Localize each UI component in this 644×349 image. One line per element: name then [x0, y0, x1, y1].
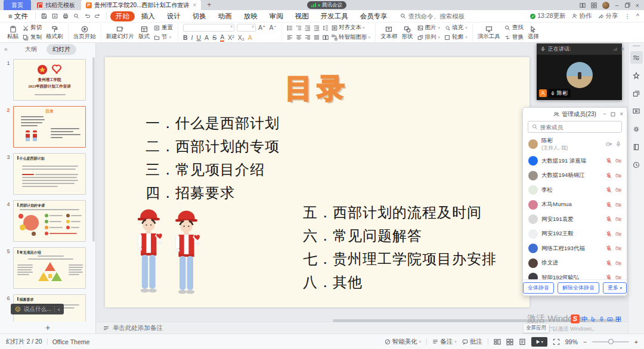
slideshow-settings-icon[interactable] — [630, 105, 643, 117]
camera-off-icon[interactable] — [615, 158, 621, 164]
camera-off-icon[interactable] — [615, 187, 621, 193]
cut-button[interactable]: 剪切 — [23, 24, 42, 32]
camera-off-icon[interactable] — [615, 202, 621, 208]
format-painter-button[interactable]: 格式刷 — [46, 26, 63, 39]
mute-all-button[interactable]: 全体静音 — [523, 282, 554, 294]
mic-muted-icon[interactable] — [606, 202, 612, 208]
preview-icon[interactable] — [72, 13, 81, 19]
paste-button[interactable]: 粘贴 — [7, 26, 18, 39]
strikethrough-button[interactable]: S — [212, 34, 216, 41]
more-button[interactable]: 更多 ▾ — [603, 282, 627, 294]
ime-toolbar[interactable]: S 中 — [571, 314, 621, 323]
more-menu-icon[interactable]: ⋮ — [624, 13, 631, 20]
slide-title[interactable]: 目录 — [105, 70, 530, 107]
find-button[interactable]: 查找 — [504, 24, 524, 32]
menu-tab-insert[interactable]: 插入 — [136, 11, 160, 21]
tab-close-icon[interactable]: × — [193, 2, 196, 8]
add-slide-button[interactable]: + — [0, 322, 95, 334]
selection-pane-icon[interactable] — [630, 87, 643, 99]
split-view-icon[interactable] — [580, 2, 586, 8]
section-button[interactable]: 节▾ — [154, 33, 173, 41]
mic-muted-icon[interactable] — [606, 231, 612, 237]
align-text-button[interactable]: 对齐文本▾ — [332, 24, 365, 32]
member-search-input[interactable] — [540, 124, 612, 130]
numbered-list-icon[interactable] — [296, 25, 302, 31]
object-properties-icon[interactable] — [630, 51, 643, 64]
collapse-panel-icon[interactable]: « — [4, 46, 8, 52]
emoji-smiley-icon[interactable] — [15, 306, 21, 312]
file-menu-button[interactable]: ≡ 文件 — [5, 12, 32, 21]
slide-thumbnail-3[interactable]: 3 什么是西部计划 — [4, 153, 92, 195]
font-color-button[interactable]: A — [220, 33, 224, 42]
member-row[interactable]: 徐文进 — [528, 256, 621, 270]
camera-off-icon[interactable] — [615, 260, 621, 266]
menu-tab-transition[interactable]: 切换 — [187, 11, 212, 21]
normal-view-icon[interactable] — [494, 338, 501, 345]
collapse-ribbon-icon[interactable]: ^ — [636, 13, 639, 20]
command-search-input[interactable] — [408, 13, 474, 20]
select-button[interactable]: 选择 — [528, 26, 539, 39]
picture-button[interactable]: 图片▾ — [417, 24, 441, 32]
command-search[interactable] — [400, 13, 474, 20]
zoom-slider-knob[interactable] — [608, 339, 614, 344]
member-search-box[interactable] — [528, 121, 622, 133]
minimize-button[interactable]: − — [615, 2, 618, 9]
arrange-button[interactable]: 排列▾ — [417, 33, 441, 41]
panel-maximize-button[interactable] — [611, 112, 615, 117]
text-effect-button[interactable]: A — [205, 34, 209, 41]
member-row[interactable]: 智能192何毓弘 — [528, 271, 621, 280]
member-row-host[interactable]: 陈彬(主持人, 我) — [528, 135, 621, 153]
menu-tab-devtools[interactable]: 开发工具 — [315, 11, 354, 21]
menu-tab-animation[interactable]: 动画 — [213, 11, 237, 21]
member-row[interactable]: 网安191袁爱 — [528, 213, 621, 226]
zoom-percent[interactable]: 99% — [565, 338, 578, 345]
camera-off-icon[interactable] — [615, 245, 621, 251]
mic-muted-icon[interactable] — [606, 187, 612, 193]
zoom-in-button[interactable]: + — [634, 338, 638, 345]
ime-mic-icon[interactable] — [599, 316, 605, 322]
justify-icon[interactable] — [314, 35, 320, 40]
underline-button[interactable]: U — [197, 34, 202, 41]
menu-tab-view[interactable]: 视图 — [290, 11, 314, 21]
textbox-button[interactable]: 文本框 — [380, 26, 398, 39]
ime-cursor-icon[interactable] — [590, 316, 596, 322]
fullscreen-app-chip[interactable]: 全屏应用 — [523, 323, 549, 333]
comments-button[interactable]: 批注 — [462, 338, 482, 346]
superscript-button[interactable]: X² — [228, 34, 234, 41]
meeting-indicator-pill[interactable]: 腾讯会议 — [307, 1, 346, 9]
subscript-button[interactable]: X₂ — [238, 34, 244, 41]
presentation-tools-button[interactable]: 演示工具 — [478, 26, 500, 39]
menu-tab-review[interactable]: 审阅 — [264, 11, 289, 21]
undo-icon[interactable] — [82, 13, 92, 19]
mic-muted-icon[interactable] — [606, 275, 612, 279]
share-button[interactable]: 分享 — [598, 12, 618, 20]
menu-tab-design[interactable]: 设计 — [162, 11, 186, 21]
shapes-button[interactable]: 形状 — [402, 26, 413, 39]
member-row[interactable]: 李松 — [528, 183, 621, 197]
mic-muted-icon[interactable] — [606, 216, 612, 222]
camera-off-icon[interactable] — [615, 216, 621, 222]
collapse-chat-icon[interactable]: ‹ — [58, 306, 60, 313]
tab-document-active[interactable]: P 贵州理工学院20...西部计划工作宣讲 × — [81, 0, 201, 10]
slide-canvas[interactable]: 目录 一．什么是西部计划 二．西部计划的专项 三．常见项目介绍 四．招募要求 五… — [105, 57, 530, 307]
task-pane-close-icon[interactable]: × — [621, 45, 624, 52]
manage-members-panel[interactable]: 管理成员(23) − × 陈彬(主持人, 我) 大数据191 涂嘉瑞 — [522, 107, 627, 296]
slideshow-play-button[interactable]: ▾ — [531, 337, 547, 347]
grow-font-icon[interactable]: A⁺ — [258, 24, 266, 31]
menu-tab-member[interactable]: 会员专享 — [355, 11, 393, 21]
toc-list-left[interactable]: 一．什么是西部计划 二．西部计划的专项 三．常见项目介绍 四．招募要求 — [145, 112, 280, 205]
bullet-list-icon[interactable] — [287, 25, 293, 31]
slide-layout-button[interactable]: 版式 — [138, 26, 150, 39]
camera-off-icon[interactable] — [615, 275, 621, 279]
line-spacing-icon[interactable] — [323, 25, 329, 31]
member-row[interactable]: 网安192王毅 — [528, 227, 621, 241]
font-size-select[interactable] — [237, 24, 256, 32]
italic-button[interactable]: I — [191, 34, 193, 41]
fill-button[interactable]: 填充▾ — [444, 24, 467, 32]
to-smartart-button[interactable]: 转智能图形▾ — [332, 33, 370, 41]
copy-button[interactable]: 复制 — [23, 33, 42, 41]
wordart-button[interactable]: A — [248, 34, 252, 41]
font-name-select[interactable] — [183, 24, 234, 32]
columns-icon[interactable] — [323, 35, 329, 40]
member-row[interactable]: 大数据191 涂嘉瑞 — [528, 154, 621, 168]
